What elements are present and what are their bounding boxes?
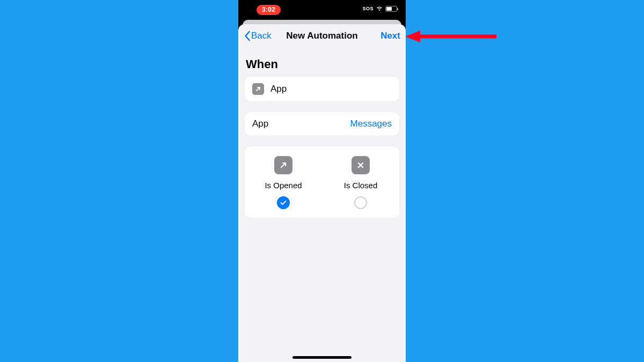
trigger-type-card: App — [245, 77, 399, 101]
next-button[interactable]: Next — [380, 31, 400, 41]
back-button[interactable]: Back — [244, 31, 272, 41]
app-picker-card: App Messages — [245, 112, 399, 136]
chevron-left-icon — [244, 31, 251, 41]
option-is-opened[interactable]: Is Opened — [245, 156, 322, 209]
sheet-content: When App App Messages — [238, 48, 406, 218]
app-picker-row[interactable]: App Messages — [245, 112, 399, 136]
status-bar: 3:02 SOS — [238, 0, 406, 20]
checkmark-icon — [280, 200, 287, 205]
home-indicator[interactable] — [292, 356, 352, 359]
app-picker-label: App — [252, 119, 344, 129]
selected-app-value: Messages — [350, 119, 392, 129]
option-closed-label: Is Closed — [344, 181, 378, 190]
option-opened-radio[interactable] — [277, 196, 290, 209]
launch-options-card: Is Opened Is Closed — [245, 146, 399, 218]
back-label: Back — [251, 31, 272, 41]
nav-bar: Back New Automation Next — [238, 24, 406, 48]
option-closed-radio[interactable] — [354, 196, 367, 209]
close-x-icon — [352, 156, 370, 174]
annotation-arrow — [405, 31, 496, 42]
status-time: 3:02 — [262, 6, 275, 13]
battery-icon — [385, 6, 397, 12]
phone-frame: 3:02 SOS Back New Automation Next When — [238, 0, 406, 362]
modal-sheet: Back New Automation Next When App App Me… — [238, 24, 406, 362]
wifi-icon — [376, 5, 383, 12]
option-opened-label: Is Opened — [265, 181, 302, 190]
trigger-type-row[interactable]: App — [245, 77, 399, 101]
option-is-closed[interactable]: Is Closed — [322, 156, 399, 209]
trigger-type-label: App — [270, 84, 392, 94]
sos-label: SOS — [362, 6, 374, 11]
svg-marker-1 — [405, 31, 420, 42]
status-time-pill: 3:02 — [257, 5, 281, 15]
section-heading-when: When — [245, 48, 399, 77]
arrow-out-icon — [274, 156, 292, 174]
status-right-cluster: SOS — [362, 5, 397, 12]
app-launch-icon — [252, 83, 264, 95]
